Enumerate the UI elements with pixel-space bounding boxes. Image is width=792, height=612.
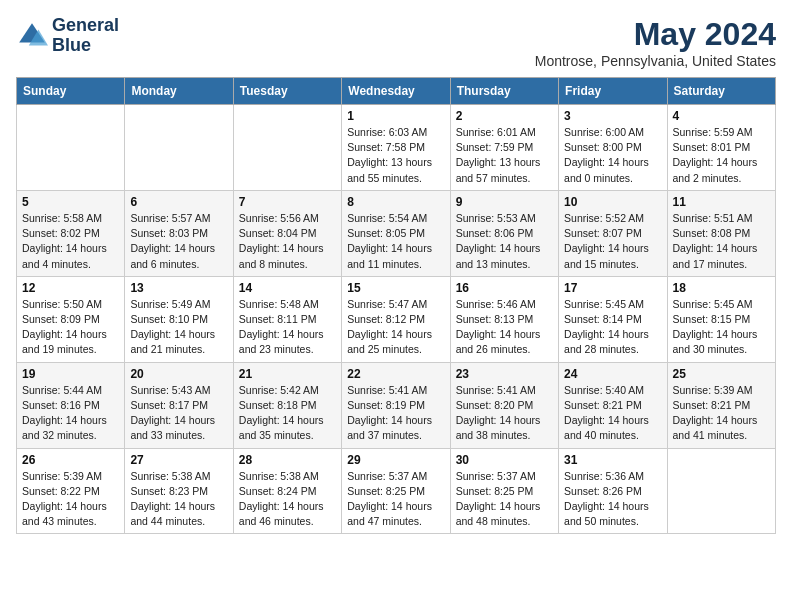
calendar-header-cell: Tuesday [233,78,341,105]
calendar-week-row: 12Sunrise: 5:50 AMSunset: 8:09 PMDayligh… [17,276,776,362]
calendar-week-row: 26Sunrise: 5:39 AMSunset: 8:22 PMDayligh… [17,448,776,534]
day-info: Sunrise: 5:47 AMSunset: 8:12 PMDaylight:… [347,297,444,358]
calendar-cell: 20Sunrise: 5:43 AMSunset: 8:17 PMDayligh… [125,362,233,448]
location: Montrose, Pennsylvania, United States [535,53,776,69]
day-info: Sunrise: 6:01 AMSunset: 7:59 PMDaylight:… [456,125,553,186]
calendar-cell [667,448,775,534]
calendar-cell: 15Sunrise: 5:47 AMSunset: 8:12 PMDayligh… [342,276,450,362]
day-info: Sunrise: 5:58 AMSunset: 8:02 PMDaylight:… [22,211,119,272]
day-number: 29 [347,453,444,467]
day-info: Sunrise: 5:49 AMSunset: 8:10 PMDaylight:… [130,297,227,358]
day-info: Sunrise: 5:53 AMSunset: 8:06 PMDaylight:… [456,211,553,272]
day-number: 15 [347,281,444,295]
day-number: 5 [22,195,119,209]
calendar-cell: 7Sunrise: 5:56 AMSunset: 8:04 PMDaylight… [233,190,341,276]
calendar-cell: 29Sunrise: 5:37 AMSunset: 8:25 PMDayligh… [342,448,450,534]
logo-text: General Blue [52,16,119,56]
calendar-cell: 4Sunrise: 5:59 AMSunset: 8:01 PMDaylight… [667,105,775,191]
day-info: Sunrise: 5:56 AMSunset: 8:04 PMDaylight:… [239,211,336,272]
day-number: 4 [673,109,770,123]
logo: General Blue [16,16,119,56]
day-number: 1 [347,109,444,123]
calendar-cell: 18Sunrise: 5:45 AMSunset: 8:15 PMDayligh… [667,276,775,362]
calendar-cell: 17Sunrise: 5:45 AMSunset: 8:14 PMDayligh… [559,276,667,362]
calendar-table: SundayMondayTuesdayWednesdayThursdayFrid… [16,77,776,534]
day-info: Sunrise: 5:42 AMSunset: 8:18 PMDaylight:… [239,383,336,444]
day-number: 19 [22,367,119,381]
day-number: 2 [456,109,553,123]
calendar-cell: 25Sunrise: 5:39 AMSunset: 8:21 PMDayligh… [667,362,775,448]
calendar-cell: 16Sunrise: 5:46 AMSunset: 8:13 PMDayligh… [450,276,558,362]
title-block: May 2024 Montrose, Pennsylvania, United … [535,16,776,69]
day-info: Sunrise: 5:45 AMSunset: 8:15 PMDaylight:… [673,297,770,358]
day-number: 9 [456,195,553,209]
calendar-cell: 6Sunrise: 5:57 AMSunset: 8:03 PMDaylight… [125,190,233,276]
month-title: May 2024 [535,16,776,53]
day-info: Sunrise: 6:03 AMSunset: 7:58 PMDaylight:… [347,125,444,186]
day-number: 25 [673,367,770,381]
day-info: Sunrise: 6:00 AMSunset: 8:00 PMDaylight:… [564,125,661,186]
day-number: 17 [564,281,661,295]
calendar-header-row: SundayMondayTuesdayWednesdayThursdayFrid… [17,78,776,105]
logo-icon [16,20,48,52]
day-info: Sunrise: 5:39 AMSunset: 8:21 PMDaylight:… [673,383,770,444]
day-number: 28 [239,453,336,467]
calendar-cell [233,105,341,191]
day-info: Sunrise: 5:50 AMSunset: 8:09 PMDaylight:… [22,297,119,358]
day-number: 18 [673,281,770,295]
calendar-cell: 23Sunrise: 5:41 AMSunset: 8:20 PMDayligh… [450,362,558,448]
day-number: 14 [239,281,336,295]
calendar-cell: 12Sunrise: 5:50 AMSunset: 8:09 PMDayligh… [17,276,125,362]
calendar-week-row: 1Sunrise: 6:03 AMSunset: 7:58 PMDaylight… [17,105,776,191]
day-number: 12 [22,281,119,295]
day-number: 10 [564,195,661,209]
day-info: Sunrise: 5:37 AMSunset: 8:25 PMDaylight:… [456,469,553,530]
calendar-cell: 22Sunrise: 5:41 AMSunset: 8:19 PMDayligh… [342,362,450,448]
day-info: Sunrise: 5:44 AMSunset: 8:16 PMDaylight:… [22,383,119,444]
day-number: 3 [564,109,661,123]
calendar-cell: 9Sunrise: 5:53 AMSunset: 8:06 PMDaylight… [450,190,558,276]
day-number: 26 [22,453,119,467]
calendar-header-cell: Friday [559,78,667,105]
calendar-header-cell: Thursday [450,78,558,105]
day-number: 24 [564,367,661,381]
day-info: Sunrise: 5:43 AMSunset: 8:17 PMDaylight:… [130,383,227,444]
calendar-cell: 28Sunrise: 5:38 AMSunset: 8:24 PMDayligh… [233,448,341,534]
calendar-header-cell: Monday [125,78,233,105]
day-number: 31 [564,453,661,467]
calendar-cell: 19Sunrise: 5:44 AMSunset: 8:16 PMDayligh… [17,362,125,448]
calendar-header-cell: Saturday [667,78,775,105]
calendar-cell: 24Sunrise: 5:40 AMSunset: 8:21 PMDayligh… [559,362,667,448]
calendar-cell: 27Sunrise: 5:38 AMSunset: 8:23 PMDayligh… [125,448,233,534]
day-info: Sunrise: 5:38 AMSunset: 8:23 PMDaylight:… [130,469,227,530]
day-info: Sunrise: 5:46 AMSunset: 8:13 PMDaylight:… [456,297,553,358]
calendar-cell: 13Sunrise: 5:49 AMSunset: 8:10 PMDayligh… [125,276,233,362]
calendar-cell: 8Sunrise: 5:54 AMSunset: 8:05 PMDaylight… [342,190,450,276]
day-number: 27 [130,453,227,467]
calendar-cell: 11Sunrise: 5:51 AMSunset: 8:08 PMDayligh… [667,190,775,276]
day-number: 8 [347,195,444,209]
day-info: Sunrise: 5:40 AMSunset: 8:21 PMDaylight:… [564,383,661,444]
day-info: Sunrise: 5:37 AMSunset: 8:25 PMDaylight:… [347,469,444,530]
calendar-week-row: 19Sunrise: 5:44 AMSunset: 8:16 PMDayligh… [17,362,776,448]
day-number: 7 [239,195,336,209]
calendar-cell: 30Sunrise: 5:37 AMSunset: 8:25 PMDayligh… [450,448,558,534]
day-number: 13 [130,281,227,295]
day-info: Sunrise: 5:51 AMSunset: 8:08 PMDaylight:… [673,211,770,272]
calendar-cell: 21Sunrise: 5:42 AMSunset: 8:18 PMDayligh… [233,362,341,448]
calendar-cell: 5Sunrise: 5:58 AMSunset: 8:02 PMDaylight… [17,190,125,276]
calendar-week-row: 5Sunrise: 5:58 AMSunset: 8:02 PMDaylight… [17,190,776,276]
day-info: Sunrise: 5:45 AMSunset: 8:14 PMDaylight:… [564,297,661,358]
day-info: Sunrise: 5:36 AMSunset: 8:26 PMDaylight:… [564,469,661,530]
day-info: Sunrise: 5:57 AMSunset: 8:03 PMDaylight:… [130,211,227,272]
calendar-cell [125,105,233,191]
day-info: Sunrise: 5:39 AMSunset: 8:22 PMDaylight:… [22,469,119,530]
calendar-body: 1Sunrise: 6:03 AMSunset: 7:58 PMDaylight… [17,105,776,534]
day-number: 30 [456,453,553,467]
page-header: General Blue May 2024 Montrose, Pennsylv… [16,16,776,69]
calendar-cell: 1Sunrise: 6:03 AMSunset: 7:58 PMDaylight… [342,105,450,191]
calendar-cell [17,105,125,191]
day-number: 6 [130,195,227,209]
calendar-cell: 14Sunrise: 5:48 AMSunset: 8:11 PMDayligh… [233,276,341,362]
day-info: Sunrise: 5:38 AMSunset: 8:24 PMDaylight:… [239,469,336,530]
